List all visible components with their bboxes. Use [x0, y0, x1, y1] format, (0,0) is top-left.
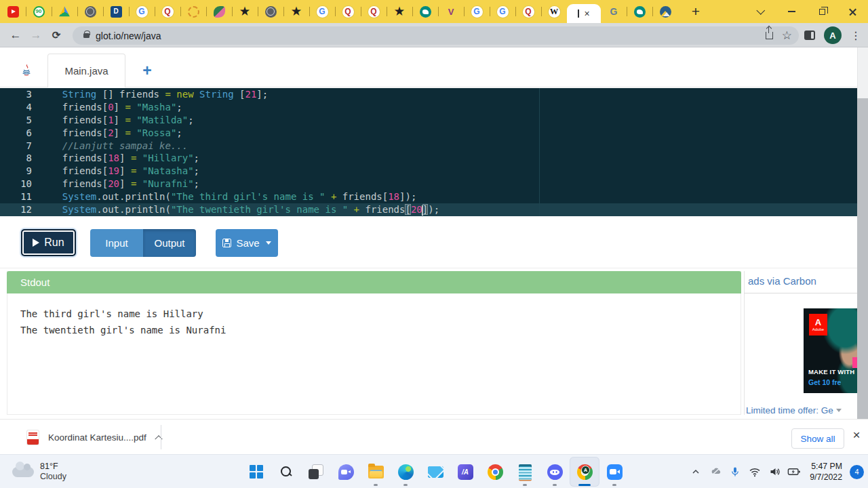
- browser-tab[interactable]: G: [490, 0, 515, 23]
- ads-via-carbon-link[interactable]: ads via Carbon: [748, 275, 816, 287]
- taskbar-clock[interactable]: 5:47 PM 9/7/2022: [810, 461, 842, 483]
- code-line[interactable]: 5 friends[1] = "Matilda";: [0, 114, 857, 127]
- code-line[interactable]: 8 friends[18] = "Hillary";: [0, 152, 857, 165]
- taskbar-mail-icon[interactable]: [420, 457, 450, 487]
- weather-widget[interactable]: 81°F Cloudy: [7, 455, 72, 488]
- address-bar[interactable]: glot.io/new/java ☆: [73, 26, 799, 45]
- browser-tab[interactable]: [387, 0, 412, 23]
- browser-tab[interactable]: Q: [361, 0, 387, 23]
- ring90-favicon: 90: [33, 6, 45, 18]
- ad-offer-link[interactable]: Limited time offer: Ge: [746, 405, 861, 415]
- code-line[interactable]: 12 System.out.println("The twentieth gir…: [0, 203, 857, 216]
- bookmark-star-icon[interactable]: ☆: [782, 30, 792, 41]
- restore-button[interactable]: [807, 0, 837, 23]
- volume-icon[interactable]: [768, 465, 781, 479]
- tray-chevron-up-icon[interactable]: [689, 465, 703, 479]
- back-icon[interactable]: ←: [5, 25, 26, 45]
- browser-tab[interactable]: [412, 0, 438, 23]
- browser-tab[interactable]: Q: [515, 0, 541, 23]
- file-tab-main-java[interactable]: Main.java: [47, 54, 125, 87]
- taskbar-notepad-icon[interactable]: [510, 457, 540, 487]
- share-icon[interactable]: [766, 32, 773, 39]
- browser-tab[interactable]: G: [601, 0, 627, 23]
- browser-tab[interactable]: [627, 0, 652, 23]
- browser-tab[interactable]: [232, 0, 258, 23]
- google-g-favicon: G: [497, 6, 509, 18]
- close-button[interactable]: [837, 0, 868, 23]
- code-line[interactable]: 7 //Lanjutt sampai ke...: [0, 140, 857, 152]
- save-button[interactable]: Save: [216, 229, 278, 257]
- microphone-icon[interactable]: [728, 465, 742, 479]
- code-editor[interactable]: 3 String [] friends = new String [21];4 …: [0, 88, 857, 216]
- browser-tab[interactable]: G: [464, 0, 490, 23]
- browser-tab[interactable]: [283, 0, 309, 23]
- browser-tab[interactable]: [652, 0, 678, 23]
- code-line[interactable]: 9 friends[19] = "Natasha";: [0, 165, 857, 178]
- taskbar-search-icon[interactable]: [271, 457, 301, 487]
- code-text: friends[20] = "Nurafni";: [32, 178, 199, 190]
- download-item[interactable]: Koordinat Kartesiu....pdf: [20, 424, 168, 451]
- browser-tab[interactable]: 90: [26, 0, 52, 23]
- browser-tab[interactable]: [180, 0, 206, 23]
- code-line[interactable]: 6 friends[2] = "Rossa";: [0, 127, 857, 140]
- browser-tab[interactable]: Q: [155, 0, 180, 23]
- browser-tab[interactable]: [52, 0, 77, 23]
- side-panel-icon[interactable]: [804, 30, 815, 40]
- taskbar-zoom-icon[interactable]: [599, 457, 629, 487]
- add-file-button[interactable]: +: [138, 61, 157, 80]
- tab-search-icon[interactable]: [746, 0, 776, 23]
- code-token: new: [176, 89, 193, 100]
- new-tab-button[interactable]: +: [686, 2, 705, 21]
- active-browser-tab[interactable]: ×: [567, 4, 601, 23]
- code-token: ;: [188, 115, 193, 125]
- output-button[interactable]: Output: [143, 229, 196, 257]
- taskbar-discord-icon[interactable]: [540, 457, 570, 487]
- browser-tab[interactable]: V: [438, 0, 464, 23]
- code-line[interactable]: 11 System.out.println("The third girl's …: [0, 190, 857, 203]
- profile-avatar[interactable]: A: [824, 26, 842, 44]
- browser-tab[interactable]: G: [129, 0, 155, 23]
- scrollbar-thumb[interactable]: [857, 98, 868, 419]
- code-token: [39, 89, 62, 100]
- input-button[interactable]: Input: [90, 229, 143, 257]
- browser-tab[interactable]: [77, 0, 103, 23]
- browser-tab[interactable]: [258, 0, 283, 23]
- taskbar-chat-icon[interactable]: [331, 457, 361, 487]
- notification-count-badge[interactable]: 4: [850, 465, 864, 479]
- code-line[interactable]: 3 String [] friends = new String [21];: [0, 88, 857, 101]
- stdout-panel: Stdout The third girl's name is HillaryT…: [7, 271, 741, 415]
- code-line[interactable]: 4 friends[0] = "Masha";: [0, 101, 857, 114]
- lock-icon[interactable]: [83, 33, 90, 38]
- reload-icon[interactable]: ⟳: [46, 25, 66, 45]
- chevron-down-icon[interactable]: [836, 409, 842, 412]
- taskbar-taskview-icon[interactable]: [301, 457, 331, 487]
- browser-tab[interactable]: Q: [335, 0, 361, 23]
- battery-charging-icon[interactable]: [787, 465, 801, 479]
- minimize-button[interactable]: [776, 0, 807, 23]
- menu-dots-icon[interactable]: ⋮: [850, 29, 861, 42]
- url-text[interactable]: glot.io/new/java: [96, 30, 161, 41]
- stdout-line: The third girl's name is Hillary: [20, 306, 226, 323]
- browser-tab[interactable]: [0, 0, 26, 23]
- taskbar-explorer-icon[interactable]: [361, 457, 391, 487]
- taskbar-start-icon[interactable]: [241, 457, 271, 487]
- wifi-icon[interactable]: [748, 465, 762, 479]
- show-all-button[interactable]: Show all: [791, 428, 844, 449]
- d-square-favicon: D: [111, 6, 122, 18]
- taskbar-chrome-profile-icon[interactable]: A: [570, 457, 599, 487]
- taskbar-edge-icon[interactable]: [391, 457, 420, 487]
- tab-close-icon[interactable]: ×: [584, 8, 589, 19]
- browser-tab[interactable]: G: [309, 0, 335, 23]
- cloudy-weather-icon: [12, 467, 34, 477]
- run-button[interactable]: Run: [21, 229, 76, 256]
- onedrive-icon[interactable]: [709, 465, 722, 479]
- taskbar-slash-a-icon[interactable]: /A: [450, 457, 480, 487]
- browser-tab[interactable]: W: [541, 0, 567, 23]
- input-label: Input: [105, 237, 127, 249]
- carbon-ad-image[interactable]: A Adobe MAKE IT WITH Get 10 fre: [804, 308, 857, 393]
- browser-tab[interactable]: D: [103, 0, 129, 23]
- download-bar-close-icon[interactable]: ×: [848, 426, 865, 444]
- browser-tab[interactable]: [206, 0, 232, 23]
- taskbar-chrome-icon[interactable]: [480, 457, 510, 487]
- code-line[interactable]: 10 friends[20] = "Nurafni";: [0, 178, 857, 190]
